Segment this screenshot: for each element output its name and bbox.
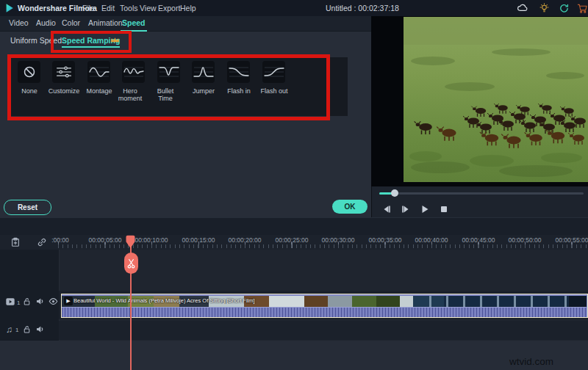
timeline-empty-area xyxy=(0,341,588,370)
clip-title: Beautiful World - Wild Animals (Petra Mi… xyxy=(74,297,279,304)
tips-bulb-icon[interactable] xyxy=(539,2,550,14)
preset-none[interactable] xyxy=(18,61,40,83)
preset-flash-in[interactable] xyxy=(227,61,250,83)
hero-moment-curve-icon xyxy=(123,64,144,80)
video-track-lock-icon[interactable] xyxy=(22,297,32,306)
tab-color[interactable]: Color xyxy=(60,16,82,30)
clip-play-badge-icon: ▶ xyxy=(64,297,73,305)
preset-label-jumper: Jumper xyxy=(187,87,220,95)
link-clips-icon[interactable] xyxy=(37,237,47,247)
filmora-logo-icon xyxy=(4,3,15,13)
montage-curve-icon xyxy=(89,64,110,80)
project-title: Untitled : 00:02:37:18 xyxy=(326,0,399,16)
uniform-speed-tab[interactable]: Uniform Speed xyxy=(10,36,62,45)
ruler-minor-ticks xyxy=(58,244,588,248)
video-track-visibility-eye-icon[interactable] xyxy=(49,297,58,306)
menu-file[interactable]: File xyxy=(82,0,95,16)
bullet-time-curve-icon xyxy=(159,64,179,80)
flash-in-curve-icon xyxy=(229,64,249,80)
audio-track-lane[interactable] xyxy=(59,321,588,340)
watermark-text: wtvid.com xyxy=(509,356,553,367)
editor-tabs: Video Audio Color Animation Speed xyxy=(0,16,371,32)
menu-tools[interactable]: Tools xyxy=(120,0,138,16)
paste-board-icon[interactable] xyxy=(10,237,21,247)
preset-customize[interactable] xyxy=(52,61,75,83)
timeline-toolbar xyxy=(0,217,588,236)
split-scissors-white-icon xyxy=(126,258,136,269)
none-icon xyxy=(22,65,37,79)
next-frame-button[interactable] xyxy=(400,203,412,215)
video-track-mute-icon[interactable] xyxy=(35,297,45,306)
menu-export[interactable]: Export xyxy=(158,0,180,16)
preset-label-flash-out: Flash out xyxy=(257,87,291,95)
tab-speed[interactable]: Speed xyxy=(121,16,147,32)
preset-label-montage: Montage xyxy=(82,87,116,95)
menu-help[interactable]: Help xyxy=(180,0,196,16)
tab-video[interactable]: Video xyxy=(7,16,30,30)
playhead-head[interactable] xyxy=(125,235,136,249)
play-button[interactable] xyxy=(419,203,431,215)
video-track-number: 1 xyxy=(17,300,20,306)
reset-button[interactable]: Reset xyxy=(4,200,51,215)
preset-montage[interactable] xyxy=(87,61,110,83)
video-preview-frame xyxy=(404,17,588,182)
playhead-split-scissors-badge[interactable] xyxy=(124,253,138,274)
preset-jumper[interactable] xyxy=(192,61,215,83)
seek-bar[interactable] xyxy=(379,192,584,195)
preset-bullet-time[interactable] xyxy=(157,61,180,83)
menu-view[interactable]: View xyxy=(140,0,157,16)
previous-frame-button[interactable] xyxy=(381,203,392,215)
timeline-video-clip[interactable]: ▶ Beautiful World - Wild Animals (Petra … xyxy=(61,294,588,318)
flash-out-curve-icon xyxy=(264,64,284,80)
ok-button[interactable]: OK xyxy=(332,200,368,214)
cloud-icon[interactable] xyxy=(517,3,528,14)
customize-sliders-icon xyxy=(55,64,73,80)
sync-update-icon[interactable] xyxy=(559,3,570,14)
audio-track-mute-icon[interactable] xyxy=(35,324,45,334)
tab-animation[interactable]: Animation xyxy=(87,16,124,30)
store-cart-icon[interactable] xyxy=(577,3,588,14)
preset-label-flash-in: Flash in xyxy=(222,87,256,95)
seek-knob[interactable] xyxy=(391,189,398,197)
filmora-window: Wondershare Filmora File Edit Tools View… xyxy=(0,0,588,370)
audio-track-number: 1 xyxy=(15,327,18,333)
preset-flash-out[interactable] xyxy=(262,61,285,83)
video-track-icon xyxy=(5,297,15,307)
preset-label-none: None xyxy=(12,87,46,95)
top-menu-bar: Wondershare Filmora File Edit Tools View… xyxy=(0,0,588,16)
audio-track-icon: ♫ xyxy=(6,324,12,335)
jumper-curve-icon xyxy=(193,64,214,80)
preset-label-hero-moment: Hero moment xyxy=(117,87,143,103)
preset-hero-moment[interactable] xyxy=(122,61,145,83)
clip-audio-waveform xyxy=(62,307,587,317)
preset-label-bullet-time: Bullet Time xyxy=(152,87,179,103)
stop-button[interactable] xyxy=(438,203,450,215)
audio-track-lock-icon[interactable] xyxy=(22,324,32,334)
preset-label-customize: Customize xyxy=(47,87,81,95)
preview-controls-bar xyxy=(371,186,588,217)
clip-thumbnails-ocean-section xyxy=(415,296,569,307)
crown-premium-icon xyxy=(110,37,120,43)
menu-edit[interactable]: Edit xyxy=(101,0,115,16)
tab-audio[interactable]: Audio xyxy=(35,16,57,30)
preview-pane xyxy=(371,16,588,186)
